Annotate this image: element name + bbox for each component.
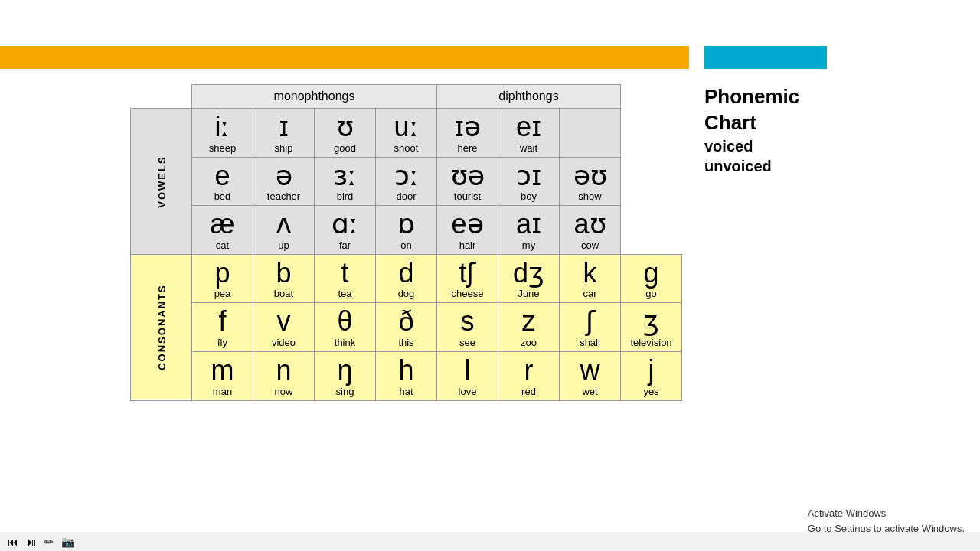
symbol-u-short: ʊ [319, 112, 371, 142]
word-good: good [319, 142, 371, 154]
table-container: monophthongs diphthongs VOWELS iː sheep … [23, 77, 682, 401]
corner-cell [131, 85, 192, 109]
cell-b: b boat [253, 254, 315, 303]
word-june: June [503, 288, 554, 299]
cell-eth: ð this [376, 303, 437, 352]
symbol-tsh: tʃ [442, 258, 493, 289]
symbol-ea: eə [442, 209, 493, 240]
word-go: go [626, 288, 677, 299]
word-bird: bird [319, 191, 371, 202]
word-cat: cat [197, 240, 248, 251]
cell-ea: eə hair [437, 206, 498, 255]
cell-ia: ɪə here [437, 109, 498, 158]
play-pause-button[interactable]: ⏯ [26, 536, 37, 548]
word-now: now [258, 386, 309, 397]
word-yes: yes [626, 386, 677, 397]
symbol-u-long: uː [381, 112, 432, 142]
symbol-o-long: ɔː [381, 161, 432, 191]
symbol-3-long: ɜː [319, 161, 371, 191]
symbol-schwa: ə [258, 161, 309, 191]
symbol-au: aʊ [564, 209, 616, 240]
phonemic-table: monophthongs diphthongs VOWELS iː sheep … [130, 84, 682, 401]
symbol-ou: əʊ [564, 161, 616, 191]
symbol-zh: ʒ [626, 306, 677, 337]
symbol-a: ʌ [258, 209, 309, 240]
symbol-ng: ŋ [319, 355, 371, 386]
word-up: up [258, 240, 309, 251]
chart-unvoiced: unvoiced [704, 156, 799, 176]
cell-n: n now [253, 351, 315, 400]
camera-button[interactable]: 📷 [61, 536, 74, 548]
symbol-ai: aɪ [503, 209, 554, 240]
cell-j: j yes [621, 351, 682, 400]
word-boat: boat [258, 288, 309, 299]
symbol-i-long: iː [197, 112, 248, 142]
symbol-l: l [442, 355, 493, 386]
word-dog: dog [381, 288, 432, 299]
consonant-row-1: CONSONANTS p pea b boat t tea d dog [131, 254, 682, 303]
symbol-eth: ð [381, 306, 432, 337]
vowel-row-3: æ cat ʌ up ɑː far ɒ on eə hair [131, 206, 682, 255]
cell-h: h hat [376, 351, 437, 400]
symbol-oi: ɔɪ [503, 161, 554, 191]
cell-tsh: tʃ cheese [437, 254, 498, 303]
cell-oi: ɔɪ boy [498, 157, 560, 206]
cell-e: e bed [192, 157, 253, 206]
symbol-dz: dʒ [503, 258, 554, 289]
symbol-ua: ʊə [442, 161, 493, 191]
word-sheep: sheep [197, 142, 248, 154]
cell-a-long: ɑː far [315, 206, 376, 255]
word-love: love [442, 386, 493, 397]
symbol-p: p [197, 258, 248, 289]
word-wait: wait [503, 142, 554, 154]
cell-s: s see [437, 303, 498, 352]
word-boy: boy [503, 191, 554, 202]
word-hair: hair [442, 240, 493, 251]
cell-au: aʊ cow [560, 206, 621, 255]
symbol-m: m [197, 355, 248, 386]
cell-p: p pea [192, 254, 253, 303]
symbol-f: f [197, 306, 248, 337]
word-this: this [381, 337, 432, 348]
cell-theta: θ think [315, 303, 376, 352]
symbol-ei: eɪ [503, 112, 554, 142]
cell-k: k car [560, 254, 621, 303]
cell-empty-v1 [560, 109, 621, 158]
symbol-k: k [564, 258, 616, 289]
monophthongs-header: monophthongs [192, 85, 437, 109]
word-pea: pea [197, 288, 248, 299]
symbol-z: z [503, 306, 554, 337]
chart-label: Phonemic Chart voiced unvoiced [704, 84, 799, 176]
symbol-b: b [258, 258, 309, 289]
word-shoot: shoot [381, 142, 432, 154]
word-bed: bed [197, 191, 248, 202]
word-on: on [381, 240, 432, 251]
word-tea: tea [319, 288, 371, 299]
top-bar-yellow [0, 46, 689, 69]
prev-button[interactable]: ⏮ [8, 536, 18, 548]
edit-button[interactable]: ✏ [44, 536, 54, 548]
word-hat: hat [381, 386, 432, 397]
symbol-sh: ʃ [564, 306, 616, 337]
cell-g: g go [621, 254, 682, 303]
chart-voiced: voiced [704, 136, 799, 156]
word-car: car [564, 288, 616, 299]
symbol-w: w [564, 355, 616, 386]
symbol-v: v [258, 306, 309, 337]
symbol-h: h [381, 355, 432, 386]
cell-v: v video [253, 303, 315, 352]
cell-ei: eɪ wait [498, 109, 560, 158]
top-bar-container [0, 46, 980, 69]
word-here: here [442, 142, 493, 154]
vowel-row-1: VOWELS iː sheep ɪ ship ʊ good uː shoot [131, 109, 682, 158]
top-bar-blue [704, 46, 827, 69]
word-red: red [503, 386, 554, 397]
chart-subtitle: Chart [704, 110, 799, 136]
cell-a: ʌ up [253, 206, 315, 255]
cell-ae: æ cat [192, 206, 253, 255]
word-fly: fly [197, 337, 248, 348]
word-zoo: zoo [503, 337, 554, 348]
cell-ua: ʊə tourist [437, 157, 498, 206]
bottom-bar: ⏮ ⏯ ✏ 📷 [0, 532, 980, 551]
symbol-n: n [258, 355, 309, 386]
